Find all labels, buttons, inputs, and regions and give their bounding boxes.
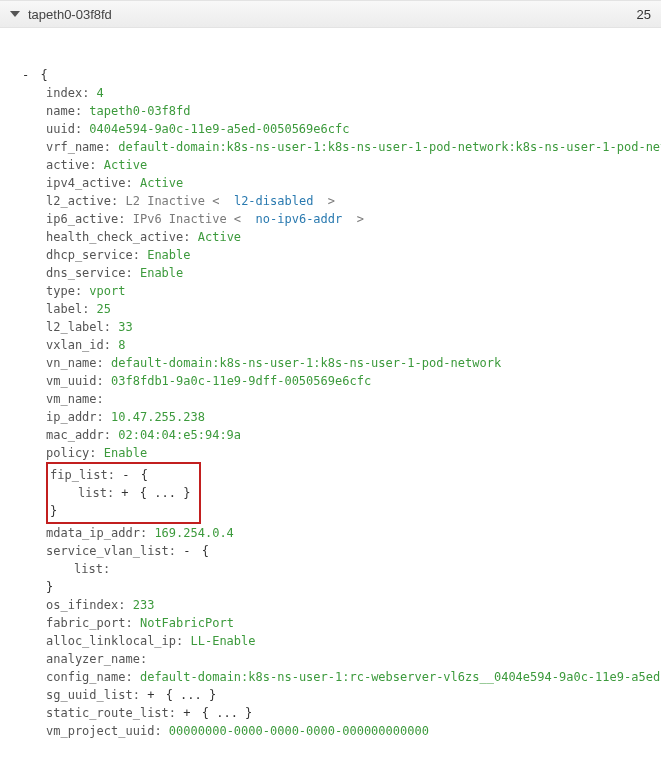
collapse-toggle[interactable]: - <box>183 542 190 560</box>
prop-dhcp-service[interactable]: dhcp_service: Enable <box>46 246 661 264</box>
fip-list-inner[interactable]: list: + { ... } <box>50 484 193 502</box>
expand-toggle[interactable]: + <box>183 704 190 722</box>
expand-toggle[interactable]: + <box>121 484 128 502</box>
prop-policy[interactable]: policy: Enable <box>46 444 661 462</box>
prop-name[interactable]: name: tapeth0-03f8fd <box>46 102 661 120</box>
properties: index: 4 name: tapeth0-03f8fd uuid: 0404… <box>22 84 661 740</box>
prop-label[interactable]: label: 25 <box>46 300 661 318</box>
prop-l2-active[interactable]: l2_active: L2 Inactive < l2-disabled > <box>46 192 661 210</box>
prop-service-vlan-list[interactable]: service_vlan_list: - { <box>46 542 661 560</box>
prop-ipv4-active[interactable]: ipv4_active: Active <box>46 174 661 192</box>
prop-vm-name[interactable]: vm_name: <box>46 390 661 408</box>
prop-static-route-list[interactable]: static_route_list: + { ... } <box>46 704 661 722</box>
root-open[interactable]: - { <box>22 66 661 84</box>
prop-mac-addr[interactable]: mac_addr: 02:04:04:e5:94:9a <box>46 426 661 444</box>
prop-ip-addr[interactable]: ip_addr: 10.47.255.238 <box>46 408 661 426</box>
service-vlan-inner[interactable]: list: <box>46 560 661 578</box>
json-body: - { index: 4 name: tapeth0-03f8fd uuid: … <box>0 28 661 740</box>
prop-mdata-ip[interactable]: mdata_ip_addr: 169.254.0.4 <box>46 524 661 542</box>
prop-index[interactable]: index: 4 <box>46 84 661 102</box>
brace-close: } <box>50 502 193 520</box>
brace-open: { <box>40 68 47 82</box>
collapse-toggle[interactable]: - <box>122 466 129 484</box>
prop-config-name[interactable]: config_name: default-domain:k8s-ns-user-… <box>46 668 661 686</box>
prop-dns-service[interactable]: dns_service: Enable <box>46 264 661 282</box>
caret-down-icon <box>10 11 20 17</box>
prop-fip-list[interactable]: fip_list: - { <box>50 466 193 484</box>
brace-close: } <box>46 578 661 596</box>
prop-vxlan-id[interactable]: vxlan_id: 8 <box>46 336 661 354</box>
collapse-toggle[interactable]: - <box>22 66 29 84</box>
prop-analyzer-name[interactable]: analyzer_name: <box>46 650 661 668</box>
prop-l2-label[interactable]: l2_label: 33 <box>46 318 661 336</box>
prop-os-ifindex[interactable]: os_ifindex: 233 <box>46 596 661 614</box>
prop-type[interactable]: type: vport <box>46 282 661 300</box>
prop-vm-uuid[interactable]: vm_uuid: 03f8fdb1-9a0c-11e9-9dff-0050569… <box>46 372 661 390</box>
prop-active[interactable]: active: Active <box>46 156 661 174</box>
prop-uuid[interactable]: uuid: 0404e594-9a0c-11e9-a5ed-0050569e6c… <box>46 120 661 138</box>
section-title: tapeth0-03f8fd <box>28 7 637 22</box>
ip6-flag[interactable]: no-ipv6-addr <box>248 212 349 226</box>
fip-list-highlight: fip_list: - { list: + { ... } } <box>46 462 661 524</box>
prop-health-check[interactable]: health_check_active: Active <box>46 228 661 246</box>
section-header[interactable]: tapeth0-03f8fd 25 <box>0 0 661 28</box>
expand-toggle[interactable]: + <box>147 686 154 704</box>
prop-alloc-linklocal-ip[interactable]: alloc_linklocal_ip: LL-Enable <box>46 632 661 650</box>
prop-ip6-active[interactable]: ip6_active: IPv6 Inactive < no-ipv6-addr… <box>46 210 661 228</box>
l2-flag[interactable]: l2-disabled <box>227 194 321 208</box>
prop-vrf-name[interactable]: vrf_name: default-domain:k8s-ns-user-1:k… <box>46 138 661 156</box>
prop-sg-uuid-list[interactable]: sg_uuid_list: + { ... } <box>46 686 661 704</box>
prop-fabric-port[interactable]: fabric_port: NotFabricPort <box>46 614 661 632</box>
prop-vm-project-uuid[interactable]: vm_project_uuid: 00000000-0000-0000-0000… <box>46 722 661 740</box>
section-count: 25 <box>637 7 651 22</box>
prop-vn-name[interactable]: vn_name: default-domain:k8s-ns-user-1:k8… <box>46 354 661 372</box>
